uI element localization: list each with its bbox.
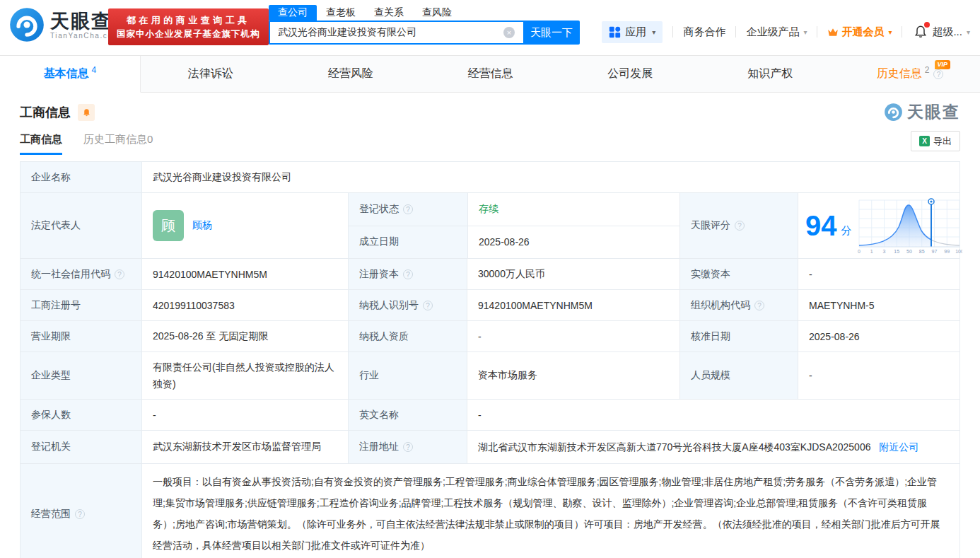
export-button[interactable]: X 导出 bbox=[911, 131, 960, 151]
svg-text:99: 99 bbox=[944, 249, 950, 254]
help-icon[interactable]: ? bbox=[735, 221, 745, 231]
tab-intellectual-property[interactable]: 知识产权 bbox=[700, 56, 840, 92]
subtab-business-info[interactable]: 工商信息 bbox=[20, 133, 62, 155]
field-label: 天眼评分 ? bbox=[679, 193, 798, 258]
help-icon[interactable]: ? bbox=[403, 269, 413, 279]
tab-basic-info[interactable]: 基本信息 4 bbox=[0, 56, 141, 93]
table-row: 统一社会信用代码 ? 91420100MAETYNHM5M 注册资本 ? 300… bbox=[21, 258, 959, 289]
export-label: 导出 bbox=[933, 135, 952, 148]
reg-capital-value: 30000万人民币 bbox=[467, 259, 679, 289]
help-icon[interactable]: ? bbox=[403, 442, 413, 452]
tab-operation-risk[interactable]: 经营风险 bbox=[281, 56, 421, 92]
search-input[interactable] bbox=[269, 21, 523, 45]
tianyancha-company-page: 天眼查 TianYanCha.com 都在用的商业查询工具 国家中小企业发展子基… bbox=[0, 0, 980, 558]
help-icon[interactable]: ? bbox=[75, 509, 85, 519]
tab-count: 4 bbox=[92, 65, 97, 75]
table-row: 企业类型 有限责任公司(非自然人投资或控股的法人独资) 行业 资本市场服务 人员… bbox=[21, 351, 959, 399]
tab-history-info[interactable]: VIP 历史信息 2 ? bbox=[840, 56, 980, 92]
divider bbox=[817, 26, 817, 37]
monitor-bell-button[interactable] bbox=[78, 104, 95, 121]
tianyancha-watermark: 天眼查 bbox=[884, 101, 960, 123]
field-label: 工商注册号 bbox=[21, 290, 141, 320]
help-icon[interactable]: ? bbox=[754, 301, 764, 310]
search-tab-relation[interactable]: 查关系 bbox=[365, 5, 413, 21]
slogan-line1: 都在用的商业查询工具 bbox=[117, 13, 260, 28]
field-label: 注册资本 ? bbox=[348, 259, 467, 289]
business-scope-value: 一般项目：以自有资金从事投资活动;自有资金投资的资产管理服务;工程管理服务;商业… bbox=[141, 464, 959, 558]
notifications-bell[interactable] bbox=[914, 24, 928, 40]
tianyancha-swirl-icon bbox=[8, 6, 45, 43]
notification-dot bbox=[924, 22, 930, 28]
svg-text:50: 50 bbox=[906, 249, 912, 254]
subtab-label: 历史工商信息 bbox=[83, 133, 147, 145]
apps-label: 应用 bbox=[625, 25, 646, 39]
score-axis-labels: 0 1 3 15 50 85 97 99 100 bbox=[858, 249, 962, 254]
tab-label: 知识产权 bbox=[747, 66, 793, 81]
business-term-value: 2025-08-26 至 无固定期限 bbox=[141, 321, 348, 351]
nav-cooperation[interactable]: 商务合作 bbox=[683, 25, 725, 39]
section-header: 工商信息 天眼查 bbox=[20, 101, 960, 123]
search-tab-risk[interactable]: 查风险 bbox=[413, 5, 461, 21]
apps-dropdown[interactable]: 应用 ▾ bbox=[602, 21, 663, 43]
field-label: 法定代表人 bbox=[21, 193, 141, 258]
field-label: 参保人数 bbox=[21, 400, 141, 430]
table-row: 营业期限 2025-08-26 至 无固定期限 纳税人资质 - 核准日期 202… bbox=[21, 320, 959, 351]
reg-number-value: 420199110037583 bbox=[141, 290, 348, 320]
english-name-value: - bbox=[467, 400, 959, 430]
nav-super-vip[interactable]: 超级... ▾ bbox=[932, 25, 970, 39]
field-label: 英文名称 bbox=[348, 400, 467, 430]
help-icon[interactable]: ? bbox=[403, 204, 413, 214]
tianyancha-swirl-icon bbox=[884, 103, 903, 122]
table-row: 工商注册号 420199110037583 纳税人识别号 ? 91420100M… bbox=[21, 289, 959, 320]
subtab-count: 0 bbox=[147, 133, 153, 145]
business-info-table: 企业名称 武汉光谷商业建设投资有限公司 法定代表人 顾 顾杨 登记状态 ? 存续… bbox=[20, 161, 960, 558]
subtab-history-business-info[interactable]: 历史工商信息0 bbox=[83, 133, 153, 155]
tab-label: 基本信息 bbox=[44, 66, 89, 81]
table-row: 法定代表人 顾 顾杨 登记状态 ? 存续 成立日期 2025-08-26 bbox=[21, 192, 959, 258]
svg-text:97: 97 bbox=[931, 249, 937, 254]
taxpayer-quality-value: - bbox=[467, 321, 679, 351]
field-label: 人员规模 bbox=[679, 352, 798, 399]
nearby-companies-link[interactable]: 附近公司 bbox=[879, 441, 918, 453]
caret-down-icon: ▾ bbox=[652, 28, 655, 36]
search-tab-boss[interactable]: 查老板 bbox=[317, 5, 365, 21]
search-button[interactable]: 天眼一下 bbox=[523, 21, 580, 45]
paid-capital-value: - bbox=[798, 259, 959, 289]
score-value: 94 bbox=[805, 211, 837, 240]
enterprise-label: 企业级产品 bbox=[746, 25, 799, 39]
help-icon[interactable]: ? bbox=[115, 269, 124, 279]
divider bbox=[902, 26, 902, 37]
field-label: 登记机关 bbox=[21, 431, 141, 463]
slogan-line2: 国家中小企业发展子基金旗下机构 bbox=[117, 28, 260, 41]
avatar: 顾 bbox=[153, 210, 184, 241]
tab-company-development[interactable]: 公司发展 bbox=[560, 56, 700, 92]
caret-down-icon: ▾ bbox=[803, 28, 807, 36]
bell-icon bbox=[82, 107, 91, 117]
company-type-value: 有限责任公司(非自然人投资或控股的法人独资) bbox=[141, 352, 348, 399]
table-row: 登记机关 武汉东湖新技术开发区市场监督管理局 注册地址 ? 湖北省武汉市东湖新技… bbox=[21, 430, 959, 463]
tab-label: 法律诉讼 bbox=[188, 66, 233, 81]
help-icon[interactable]: ? bbox=[423, 301, 433, 310]
tianyancha-logo[interactable]: 天眼查 TianYanCha.com bbox=[8, 6, 120, 43]
app-grid-icon bbox=[609, 26, 621, 38]
field-label: 经营范围 ? bbox=[21, 464, 141, 558]
staff-size-value: - bbox=[798, 352, 959, 399]
nav-enterprise-products[interactable]: 企业级产品 ▾ bbox=[746, 25, 807, 39]
score-unit: 分 bbox=[841, 224, 852, 238]
reg-address-value: 湖北省武汉市东湖新技术开发区高新大道770号光谷科技大厦A座4楼403室KJDS… bbox=[478, 441, 870, 453]
search-tab-company[interactable]: 查公司 bbox=[269, 5, 317, 21]
field-label: 登记状态 ? bbox=[349, 193, 467, 226]
establish-date-value: 2025-08-26 bbox=[467, 226, 680, 259]
svg-text:15: 15 bbox=[894, 249, 899, 254]
svg-text:100: 100 bbox=[955, 249, 962, 254]
help-icon[interactable]: ? bbox=[933, 69, 943, 79]
super-label: 超级... bbox=[932, 25, 962, 39]
caret-down-icon: ▾ bbox=[967, 28, 970, 36]
nav-open-vip[interactable]: 开通会员 ▾ bbox=[827, 25, 892, 39]
field-label: 企业类型 bbox=[21, 352, 141, 399]
clear-search-icon[interactable]: × bbox=[503, 27, 515, 38]
tab-operation-info[interactable]: 经营信息 bbox=[421, 56, 561, 92]
excel-icon: X bbox=[919, 136, 930, 146]
legal-rep-link[interactable]: 顾杨 bbox=[192, 219, 212, 232]
tab-legal-litigation[interactable]: 法律诉讼 bbox=[141, 56, 281, 92]
